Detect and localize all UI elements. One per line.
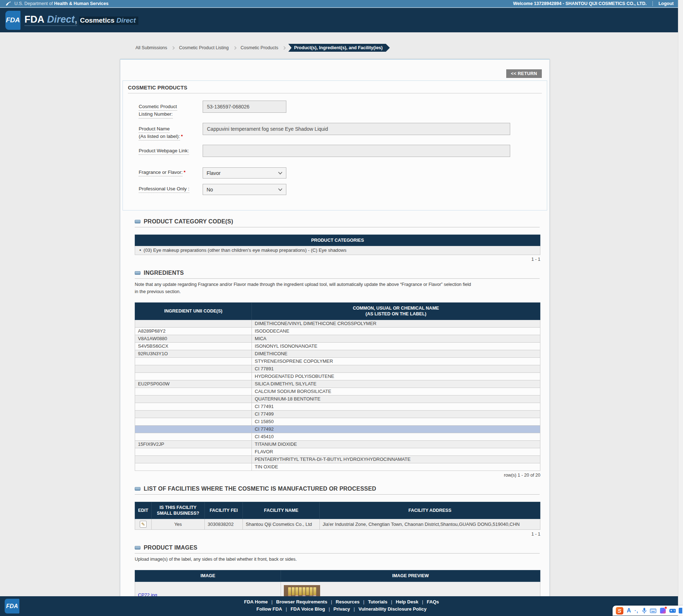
microphone-icon[interactable] bbox=[642, 608, 647, 614]
facilities-table: EDITIS THIS FACILITY SMALL BUSINESS?FACI… bbox=[135, 502, 540, 530]
collapse-icon[interactable] bbox=[135, 220, 140, 223]
table-row[interactable]: 15FIX9V2JPTITANIUM DIOXIDE bbox=[135, 440, 540, 448]
chemical-name-cell: CI 77491 bbox=[252, 403, 540, 410]
breadcrumb-item[interactable]: Cosmetic Products bbox=[237, 45, 282, 50]
ime-logo-icon[interactable]: S bbox=[616, 607, 623, 615]
logout-link[interactable]: Logout bbox=[659, 1, 674, 6]
app-title-comma: , bbox=[75, 14, 78, 25]
app-subtitle: Cosmetics Direct bbox=[79, 17, 138, 25]
hhs-dept-name: Health & Human Services bbox=[54, 1, 108, 6]
footer-link[interactable]: Vulnerability Disclosure Policy bbox=[359, 606, 427, 612]
webpage-link-input[interactable] bbox=[203, 145, 510, 157]
gamepad-icon[interactable] bbox=[669, 608, 676, 613]
chemical-name-cell: SILICA DIMETHYL SILYLATE bbox=[252, 380, 540, 388]
chemical-name-cell: CI 45410 bbox=[252, 433, 540, 440]
footer-link-separator: | bbox=[271, 599, 272, 605]
product-name-input[interactable] bbox=[203, 123, 510, 135]
cosmetic-products-fieldset: COSMETIC PRODUCTS Cosmetic Product Listi… bbox=[123, 80, 547, 210]
footer-link[interactable]: Follow FDA bbox=[257, 606, 282, 612]
table-row[interactable]: HYDROGENATED POLYISOBUTENE bbox=[135, 372, 540, 380]
table-row[interactable]: FLAVOR bbox=[135, 448, 540, 455]
footer-links-row2: Follow FDA|FDA Voice Blog|Privacy|Vulner… bbox=[0, 606, 683, 612]
table-row[interactable]: CI 77891 bbox=[135, 365, 540, 372]
table-row[interactable]: V8A1AW0880MICA bbox=[135, 335, 540, 342]
scrollbar-track[interactable] bbox=[678, 0, 683, 616]
table-row[interactable]: EU2PSP0G0WSILICA DIMETHYL SILYLATE bbox=[135, 380, 540, 388]
unii-code-cell bbox=[135, 425, 252, 433]
image-column-header: IMAGE PREVIEW bbox=[281, 570, 540, 582]
facility-column-header: FACILITY ADDRESS bbox=[320, 502, 540, 519]
collapse-icon[interactable] bbox=[135, 487, 140, 491]
table-row[interactable]: CI 77499 bbox=[135, 410, 540, 418]
keyboard-icon[interactable] bbox=[650, 608, 656, 613]
table-row[interactable]: STYRENE/ISOPRENE COPOLYMER bbox=[135, 357, 540, 365]
table-row: •(03) Eye makeup preparations (other tha… bbox=[135, 246, 540, 255]
collapse-icon[interactable] bbox=[135, 546, 140, 550]
table-row: Yes3030838202Shantou Qiji Cosmetics Co.,… bbox=[135, 519, 540, 530]
return-button[interactable]: << RETURN bbox=[506, 69, 542, 78]
chemical-name-cell: CI 77499 bbox=[252, 410, 540, 418]
breadcrumb-item-active[interactable]: Product(s), Ingredient(s), and Facility(… bbox=[288, 44, 390, 52]
breadcrumb-item[interactable]: Cosmetic Product Listing bbox=[175, 45, 232, 50]
fragrance-flavor-select[interactable]: Flavor bbox=[203, 167, 286, 179]
main-panel: << RETURN COSMETIC PRODUCTS Cosmetic Pro… bbox=[120, 59, 550, 616]
footer-link[interactable]: Tutorials bbox=[368, 599, 387, 605]
fda-footer-logo: FDA bbox=[5, 599, 19, 613]
footer-link[interactable]: FDA Home bbox=[244, 599, 268, 605]
ime-punctuation-icon[interactable]: ·, bbox=[634, 608, 638, 613]
ime-skin-icon[interactable] bbox=[660, 608, 666, 613]
table-row[interactable]: S4V5BS6GCXISONONYL ISONONANOATE bbox=[135, 342, 540, 350]
footer-link[interactable]: Resources bbox=[336, 599, 359, 605]
category-section: PRODUCT CATEGORY CODE(S) PRODUCT CATEGOR… bbox=[135, 218, 540, 262]
chevron-down-icon bbox=[278, 188, 282, 191]
footer-link[interactable]: Privacy bbox=[333, 606, 350, 612]
unii-code-cell bbox=[135, 320, 252, 327]
page-footer: FDA FDA Home|Browser Requirements|Resour… bbox=[0, 596, 683, 616]
facility-column-header: EDIT bbox=[135, 502, 152, 519]
edit-pencil-icon[interactable] bbox=[140, 521, 147, 528]
collapse-icon[interactable] bbox=[135, 271, 140, 275]
table-row[interactable]: CI 77492 bbox=[135, 425, 540, 433]
table-row[interactable]: QUATERNIUM-18 BENTONITE bbox=[135, 395, 540, 403]
images-note: Upload image(s) of the label, any sides … bbox=[135, 556, 540, 563]
listing-number-label: Cosmetic Product Listing Number: bbox=[139, 101, 203, 119]
topbar-divider bbox=[652, 1, 653, 6]
app-title-main: FDA bbox=[24, 14, 45, 25]
ime-language-icon[interactable]: A bbox=[627, 607, 631, 614]
table-row[interactable]: CALCIUM SODIUM BOROSILICATE bbox=[135, 388, 540, 395]
welcome-text: Welcome 13728942894 - SHANTOU QIJI COSME… bbox=[513, 1, 647, 6]
footer-link[interactable]: FAQs bbox=[427, 599, 439, 605]
chevron-down-icon bbox=[278, 172, 282, 175]
hhs-dept-prefix: U.S. Department of bbox=[14, 1, 53, 6]
chemical-name-cell: CALCIUM SODIUM BOROSILICATE bbox=[252, 388, 540, 395]
utility-bar: U.S. Department of Health & Human Servic… bbox=[0, 0, 683, 8]
table-row[interactable]: DIMETHICONE/VINYL DIMETHICONE CROSSPOLYM… bbox=[135, 320, 540, 327]
table-row[interactable]: 92RU3N3Y1ODIMETHICONE bbox=[135, 350, 540, 357]
table-row[interactable]: CI 45410 bbox=[135, 433, 540, 440]
unii-code-cell bbox=[135, 365, 252, 372]
unii-code-cell bbox=[135, 388, 252, 395]
listing-number-input[interactable] bbox=[203, 101, 286, 113]
ime-more-icon[interactable] bbox=[679, 608, 682, 613]
category-section-title: PRODUCT CATEGORY CODE(S) bbox=[144, 218, 233, 225]
table-row[interactable]: TIN OXIDE bbox=[135, 463, 540, 471]
app-title-accent: Direct bbox=[47, 14, 75, 25]
footer-link[interactable]: FDA Voice Blog bbox=[291, 606, 325, 612]
table-row[interactable]: PENTAERYTHRITYL TETRA-DI-T-BUTYL HYDROXY… bbox=[135, 455, 540, 463]
footer-link[interactable]: Help Desk bbox=[396, 599, 419, 605]
professional-use-select[interactable]: No bbox=[203, 184, 286, 195]
table-row[interactable]: CI 77491 bbox=[135, 403, 540, 410]
hhs-eagle-icon bbox=[5, 1, 11, 6]
app-subtitle-accent: Direct bbox=[116, 17, 136, 24]
facilities-pagination: 1 - 1 bbox=[135, 532, 540, 537]
unii-code-cell bbox=[135, 418, 252, 425]
image-column-header: IMAGE bbox=[135, 570, 281, 582]
required-asterisk: * bbox=[181, 134, 183, 139]
category-cell: •(03) Eye makeup preparations (other tha… bbox=[135, 246, 540, 255]
table-row[interactable]: A8289P68Y2ISODODECANE bbox=[135, 327, 540, 335]
facility-name-cell: Shantou Qiji Cosmetics Co., Ltd bbox=[243, 519, 320, 530]
breadcrumb-item[interactable]: All Submissions bbox=[131, 45, 171, 50]
table-row[interactable]: CI 15850 bbox=[135, 418, 540, 425]
ime-toolbar: S A ·, bbox=[613, 606, 683, 616]
footer-link[interactable]: Browser Requirements bbox=[276, 599, 327, 605]
